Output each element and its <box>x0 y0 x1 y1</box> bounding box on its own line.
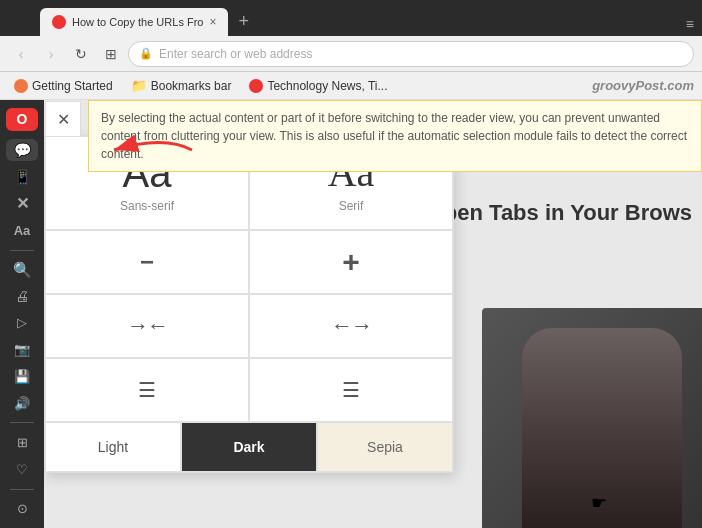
browser-window: How to Copy the URLs Fro × + ≡ ‹ › ↻ ⊞ 🔒… <box>0 0 702 528</box>
sidebar-close-icon[interactable]: ✕ <box>6 192 38 215</box>
new-tab-button[interactable]: + <box>228 11 259 36</box>
page-content: m All Open Tabs in Your Brows By selecti… <box>44 100 702 528</box>
folder-icon: 📁 <box>131 78 147 93</box>
content-area: O 💬 📱 ✕ Aa 🔍 🖨 ▷ 📷 💾 🔊 ⊞ ♡ ⊙ m All Open … <box>0 100 702 528</box>
narrow-spacing-button[interactable]: →← <box>45 294 249 358</box>
plus-icon: + <box>342 245 360 279</box>
theme-controls: Light Dark Sepia <box>45 422 453 472</box>
sidebar-volume-icon[interactable]: 🔊 <box>6 392 38 415</box>
forward-button[interactable]: › <box>38 41 64 67</box>
back-button[interactable]: ‹ <box>8 41 34 67</box>
bookmark-technology-news[interactable]: Technology News, Ti... <box>243 77 393 95</box>
theme-dark-label: Dark <box>233 439 264 455</box>
firefox-favicon <box>14 79 28 93</box>
font-serif-label: Serif <box>339 199 364 213</box>
close-icon: ✕ <box>57 110 70 129</box>
groovy-favicon <box>249 79 263 93</box>
sidebar-messenger-icon[interactable]: 💬 <box>6 139 38 162</box>
getting-started-label: Getting Started <box>32 79 113 93</box>
sidebar-settings-icon[interactable]: ⊙ <box>6 497 38 520</box>
sidebar-heart-icon[interactable]: ♡ <box>6 458 38 481</box>
sidebar-apps-icon[interactable]: ⊞ <box>6 431 38 454</box>
tab-menu-button[interactable]: ≡ <box>686 16 702 36</box>
person-background <box>482 308 702 528</box>
theme-light-label: Light <box>98 439 128 455</box>
bookmark-bookmarks-bar[interactable]: 📁 Bookmarks bar <box>125 76 238 95</box>
active-tab[interactable]: How to Copy the URLs Fro × <box>40 8 228 36</box>
wide-spacing-button[interactable]: ←→ <box>249 294 453 358</box>
opera-sidebar: O 💬 📱 ✕ Aa 🔍 🖨 ▷ 📷 💾 🔊 ⊞ ♡ ⊙ <box>0 100 44 528</box>
align-left-icon: ☰ <box>138 378 156 402</box>
decrease-size-button[interactable]: − <box>45 230 249 294</box>
alignment-controls: ☰ ☰ <box>45 358 453 422</box>
tab-favicon <box>52 15 66 29</box>
theme-dark-button[interactable]: Dark <box>181 422 317 472</box>
bookmarks-bar-label: Bookmarks bar <box>151 79 232 93</box>
sidebar-separator-3 <box>10 489 34 490</box>
reload-button[interactable]: ↻ <box>68 41 94 67</box>
align-justify-button[interactable]: ☰ <box>249 358 453 422</box>
bookmarks-bar: Getting Started 📁 Bookmarks bar Technolo… <box>0 72 702 100</box>
nav-bar: ‹ › ↻ ⊞ 🔒 Enter search or web address <box>0 36 702 72</box>
bookmark-getting-started[interactable]: Getting Started <box>8 77 119 95</box>
sidebar-play-icon[interactable]: ▷ <box>6 312 38 335</box>
minus-icon: − <box>140 248 154 276</box>
technology-news-label: Technology News, Ti... <box>267 79 387 93</box>
sidebar-separator-2 <box>10 422 34 423</box>
opera-logo-button[interactable]: O <box>6 108 38 131</box>
narrow-spacing-icon: →← <box>127 313 167 339</box>
align-left-button[interactable]: ☰ <box>45 358 249 422</box>
theme-light-button[interactable]: Light <box>45 422 181 472</box>
tab-title: How to Copy the URLs Fro <box>72 16 203 28</box>
tab-bar: How to Copy the URLs Fro × + ≡ <box>0 0 702 36</box>
groovy-watermark-bm: groovyPost.com <box>592 78 694 93</box>
reader-panel: ✕ Aa Sans-serif Aa Serif − <box>44 135 454 473</box>
lock-icon: 🔒 <box>139 47 153 60</box>
size-controls: − + <box>45 230 453 294</box>
sidebar-save-icon[interactable]: 💾 <box>6 365 38 388</box>
wide-spacing-icon: ←→ <box>331 313 371 339</box>
sidebar-print-icon[interactable]: 🖨 <box>6 285 38 308</box>
sidebar-search-icon[interactable]: 🔍 <box>6 258 38 281</box>
sidebar-separator-1 <box>10 250 34 251</box>
spacing-controls: →← ←→ <box>45 294 453 358</box>
increase-size-button[interactable]: + <box>249 230 453 294</box>
grid-button[interactable]: ⊞ <box>98 41 124 67</box>
font-sans-label: Sans-serif <box>120 199 174 213</box>
theme-sepia-button[interactable]: Sepia <box>317 422 453 472</box>
sidebar-camera-icon[interactable]: 📷 <box>6 338 38 361</box>
reader-panel-close-button[interactable]: ✕ <box>45 101 81 137</box>
person-face <box>522 328 682 528</box>
sidebar-font-icon[interactable]: Aa <box>6 219 38 242</box>
theme-sepia-label: Sepia <box>367 439 403 455</box>
tab-close-button[interactable]: × <box>209 15 216 29</box>
sidebar-whatsapp-icon[interactable]: 📱 <box>6 165 38 188</box>
align-justify-icon: ☰ <box>342 378 360 402</box>
address-bar[interactable]: 🔒 Enter search or web address <box>128 41 694 67</box>
address-placeholder: Enter search or web address <box>159 47 312 61</box>
red-arrow <box>104 130 194 174</box>
